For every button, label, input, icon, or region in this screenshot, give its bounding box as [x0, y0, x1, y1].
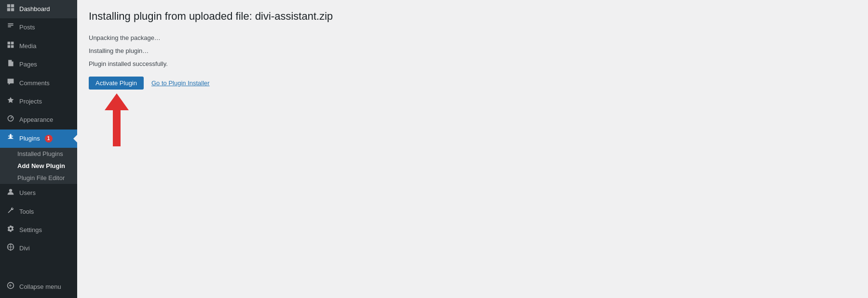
sidebar-item-label: Dashboard	[19, 5, 50, 13]
log-line-1: Unpacking the package…	[89, 32, 856, 43]
sidebar-item-label: Pages	[19, 60, 37, 69]
sidebar-item-label: Plugins	[19, 134, 40, 143]
svg-rect-7	[11, 45, 14, 48]
sidebar-item-posts[interactable]: Posts	[0, 18, 77, 37]
sidebar-item-label: Comments	[19, 79, 50, 88]
sidebar-item-appearance[interactable]: Appearance	[0, 111, 77, 129]
sidebar-item-label: Collapse menu	[19, 283, 61, 291]
divi-icon	[6, 243, 15, 254]
install-log: Unpacking the package… Installing the pl…	[89, 32, 856, 70]
sidebar-item-dashboard[interactable]: Dashboard	[0, 0, 77, 18]
active-arrow	[73, 135, 77, 143]
sidebar-item-label: Projects	[19, 97, 42, 106]
sidebar-item-collapse[interactable]: Collapse menu	[0, 278, 77, 296]
plugins-badge: 1	[45, 135, 53, 143]
sidebar-item-label: Media	[19, 42, 36, 51]
appearance-icon	[6, 115, 15, 125]
plugins-icon	[6, 133, 15, 144]
svg-rect-0	[7, 4, 10, 7]
sidebar-item-plugins-wrapper: Plugins 1	[0, 130, 77, 148]
sidebar-item-label: Tools	[19, 207, 34, 216]
users-icon	[6, 188, 15, 198]
log-line-2: Installing the plugin…	[89, 45, 856, 56]
svg-rect-6	[8, 45, 11, 48]
log-line-3: Plugin installed successfully.	[89, 58, 856, 69]
activate-plugin-button[interactable]: Activate Plugin	[89, 77, 144, 90]
sidebar-item-label: Users	[19, 189, 36, 197]
arrow-shaft	[113, 108, 121, 146]
sidebar-item-pages[interactable]: Pages	[0, 55, 77, 74]
settings-icon	[6, 225, 15, 235]
media-icon	[6, 41, 15, 52]
sidebar-item-plugins[interactable]: Plugins 1	[0, 130, 77, 148]
sidebar-item-comments[interactable]: Comments	[0, 74, 77, 92]
svg-rect-5	[11, 41, 14, 44]
plugins-submenu: Installed Plugins Add New Plugin Plugin …	[0, 148, 77, 184]
pages-icon	[6, 59, 15, 70]
svg-rect-2	[7, 8, 10, 11]
collapse-icon	[6, 282, 15, 292]
comments-icon	[6, 78, 15, 89]
posts-icon	[6, 22, 15, 33]
arrow-annotation	[102, 93, 131, 156]
sidebar-item-settings[interactable]: Settings	[0, 221, 77, 239]
svg-rect-4	[8, 41, 11, 44]
submenu-item-add-new-plugin[interactable]: Add New Plugin	[0, 160, 77, 172]
go-to-installer-link[interactable]: Go to Plugin Installer	[151, 79, 210, 87]
svg-rect-1	[11, 4, 14, 7]
sidebar-item-label: Divi	[19, 244, 30, 253]
sidebar: Dashboard Posts Media Pages Comments Pro…	[0, 0, 77, 298]
svg-point-9	[9, 189, 12, 192]
sidebar-item-tools[interactable]: Tools	[0, 203, 77, 221]
submenu-item-plugin-file-editor[interactable]: Plugin File Editor	[0, 172, 77, 184]
tools-icon	[6, 207, 15, 217]
sidebar-item-users[interactable]: Users	[0, 184, 77, 202]
sidebar-item-label: Settings	[19, 226, 42, 234]
submenu-item-installed-plugins[interactable]: Installed Plugins	[0, 148, 77, 160]
dashboard-icon	[6, 4, 15, 14]
sidebar-item-label: Posts	[19, 23, 35, 32]
sidebar-item-divi[interactable]: Divi	[0, 239, 77, 258]
sidebar-item-media[interactable]: Media	[0, 37, 77, 55]
page-title: Installing plugin from uploaded file: di…	[89, 10, 856, 24]
sidebar-item-projects[interactable]: Projects	[0, 92, 77, 111]
svg-rect-3	[11, 8, 14, 11]
main-content: Installing plugin from uploaded file: di…	[77, 0, 868, 298]
action-row: Activate Plugin Go to Plugin Installer	[89, 77, 856, 90]
sidebar-item-label: Appearance	[19, 116, 53, 124]
projects-icon	[6, 96, 15, 107]
